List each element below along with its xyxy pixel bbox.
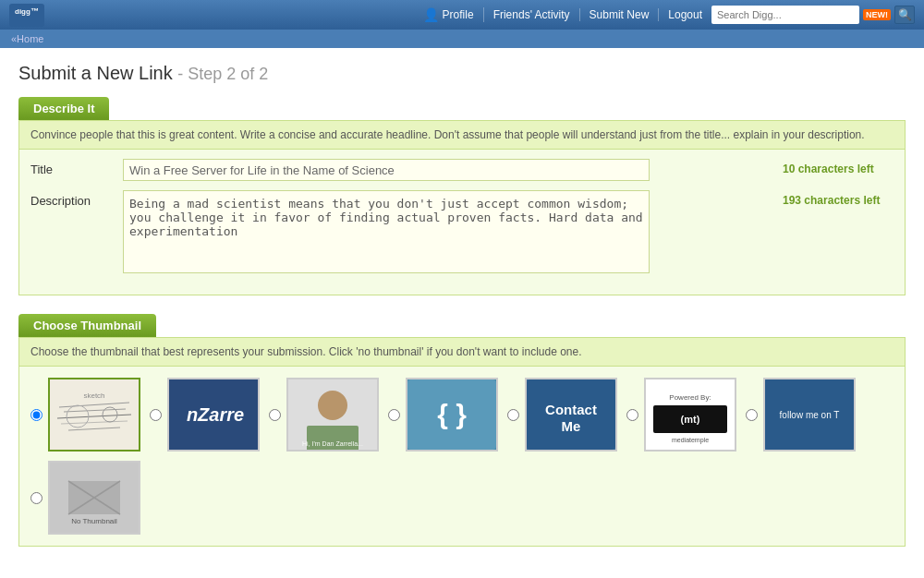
thumbnail-image-8: No Thumbnail [50, 463, 139, 533]
page-title: Submit a New Link - Step 2 of 2 [18, 63, 906, 84]
thumbnail-image-6: Powered By: (mt) mediatemple [646, 379, 735, 450]
svg-text:Contact: Contact [545, 402, 597, 417]
thumbnail-item-5: Contact Me [507, 378, 617, 452]
svg-text:(mt): (mt) [681, 414, 700, 425]
thumbnail-image-3: Hi, I'm Dan Zarrella... [288, 379, 377, 450]
desc-field: Being a mad scientist means that you don… [123, 190, 773, 276]
thumbnail-item-6: Powered By: (mt) mediatemple [626, 378, 736, 452]
thumbnail-item-1: sketch [30, 378, 140, 452]
thumbnail-box-8[interactable]: No Thumbnail [48, 461, 140, 535]
thumbnail-item-4: { } [388, 378, 498, 452]
breadcrumb-bar: «Home [0, 30, 924, 48]
thumbnail-radio-5[interactable] [507, 409, 519, 421]
site-logo: digg™ [9, 4, 44, 27]
thumbnail-radio-3[interactable] [269, 409, 281, 421]
title-row: Title 10 characters left [30, 159, 894, 181]
thumbnail-box-7[interactable]: follow me on T [763, 378, 856, 452]
friends-activity-link[interactable]: Friends' Activity [484, 8, 580, 21]
thumbnail-radio-6[interactable] [626, 409, 638, 421]
svg-text:Hi, I'm Dan Zarrella...: Hi, I'm Dan Zarrella... [302, 440, 363, 447]
thumbnail-radio-7[interactable] [746, 409, 758, 421]
search-icon: 🔍 [898, 8, 912, 21]
nav-links: 👤 Profile Friends' Activity Submit New L… [414, 6, 915, 24]
describe-form: Title 10 characters left Description Bei… [19, 150, 905, 295]
svg-text:{  }: { } [437, 399, 467, 429]
thumbnail-section: Choose Thumbnail Choose the thumbnail th… [18, 314, 906, 547]
thumbnail-image-2: nZarre [169, 379, 258, 450]
thumbnail-box-4[interactable]: { } [406, 378, 498, 452]
logout-link[interactable]: Logout [659, 8, 711, 21]
submit-new-link[interactable]: Submit New [580, 8, 660, 21]
describe-header: Describe It [18, 97, 109, 120]
thumbnail-header: Choose Thumbnail [18, 314, 156, 337]
desc-row: Description Being a mad scientist means … [30, 190, 894, 276]
svg-text:nZarre: nZarre [187, 404, 244, 425]
thumbnail-image-5: Contact Me [527, 379, 615, 450]
title-input[interactable] [123, 159, 650, 181]
home-breadcrumb[interactable]: «Home [11, 33, 43, 44]
desc-label: Description [30, 190, 123, 208]
title-field [123, 159, 773, 181]
thumbnail-image-1: sketch [50, 379, 139, 450]
thumbnail-radio-2[interactable] [150, 409, 162, 421]
new-badge: NEW! [863, 9, 891, 20]
svg-text:No Thumbnail: No Thumbnail [71, 517, 117, 525]
thumbnail-container: Choose the thumbnail that best represent… [18, 337, 906, 547]
main-content: Submit a New Link - Step 2 of 2 Describe… [0, 48, 924, 578]
svg-text:Powered By:: Powered By: [669, 393, 711, 402]
thumbnail-box-5[interactable]: Contact Me [525, 378, 617, 452]
profile-icon: 👤 [423, 7, 439, 22]
thumbnail-radio-4[interactable] [388, 409, 400, 421]
thumbnail-item-3: Hi, I'm Dan Zarrella... [269, 378, 379, 452]
thumbnail-item-2: nZarre [150, 378, 260, 452]
title-label: Title [30, 159, 123, 176]
thumbnail-box-3[interactable]: Hi, I'm Dan Zarrella... [286, 378, 379, 452]
describe-container: Convince people that this is great conte… [18, 120, 906, 295]
search-button[interactable]: 🔍 [894, 6, 915, 24]
svg-point-12 [318, 391, 347, 420]
describe-section: Describe It Convince people that this is… [18, 97, 906, 295]
search-input[interactable] [711, 6, 859, 24]
svg-text:follow me on T: follow me on T [780, 410, 840, 420]
thumbnail-box-2[interactable]: nZarre [167, 378, 260, 452]
svg-text:Me: Me [562, 418, 581, 434]
thumbnail-item-7: follow me on T [746, 378, 856, 452]
svg-text:sketch: sketch [83, 391, 104, 400]
title-count: 10 characters left [773, 159, 894, 175]
thumbnail-radio-8[interactable] [30, 492, 43, 504]
profile-link[interactable]: 👤 Profile [414, 7, 484, 22]
thumbnail-info: Choose the thumbnail that best represent… [19, 338, 905, 367]
desc-textarea[interactable]: Being a mad scientist means that you don… [123, 190, 650, 273]
top-navigation: digg™ 👤 Profile Friends' Activity Submit… [0, 0, 924, 30]
thumbnail-image-4: { } [407, 379, 496, 450]
thumbnail-radio-1[interactable] [30, 409, 43, 421]
describe-info: Convince people that this is great conte… [19, 121, 905, 150]
search-area: NEW! 🔍 [711, 6, 915, 24]
thumbnail-box-6[interactable]: Powered By: (mt) mediatemple [644, 378, 736, 452]
thumbnail-item-8: No Thumbnail [30, 461, 140, 535]
desc-count: 193 characters left [773, 190, 894, 207]
thumbnail-box-1[interactable]: sketch [48, 378, 140, 452]
svg-text:mediatemple: mediatemple [672, 437, 709, 444]
thumbnail-image-7: follow me on T [765, 379, 854, 450]
thumbnails-area: sketch [19, 367, 905, 546]
